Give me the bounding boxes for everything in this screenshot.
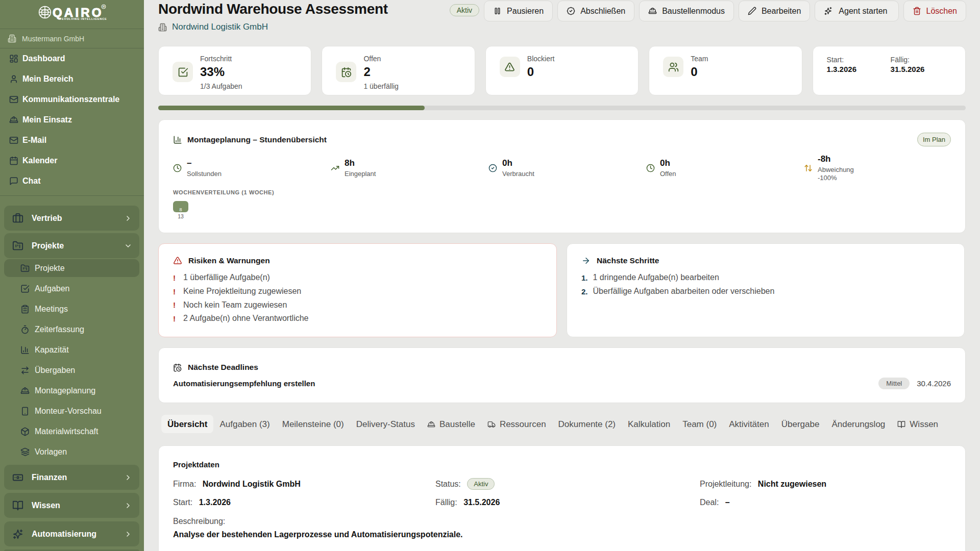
- svg-text:EVOLVING INTELLIGENCE: EVOLVING INTELLIGENCE: [62, 17, 107, 20]
